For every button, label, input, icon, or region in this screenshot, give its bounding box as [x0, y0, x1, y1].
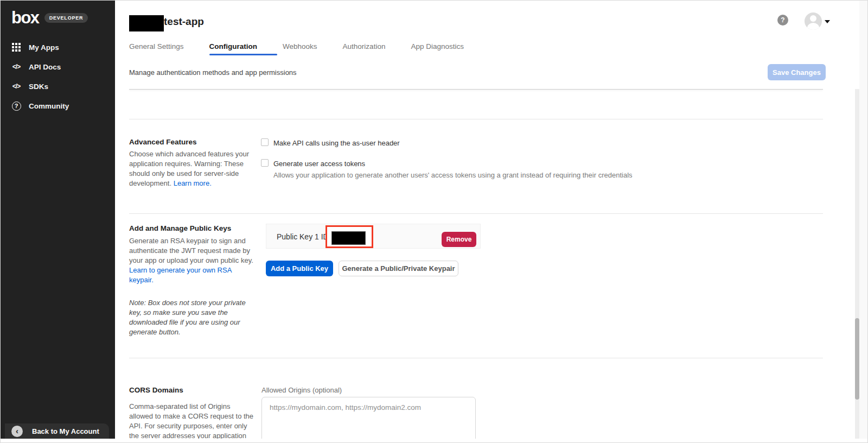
save-changes-button[interactable]: Save Changes [768, 64, 826, 80]
sidebar-item-community[interactable]: ? Community [1, 96, 115, 116]
sidebar-item-my-apps[interactable]: My Apps [1, 37, 115, 57]
public-keys-note: Note: Box does not store your private ke… [129, 298, 256, 337]
divider [129, 89, 823, 90]
right-gutter [859, 1, 868, 443]
tab-bar: General Settings Configuration Webhooks … [129, 42, 464, 55]
box-logo[interactable]: box DEVELOPER [11, 9, 88, 26]
allowed-origins-label: Allowed Origins (optional) [261, 386, 342, 394]
generate-keypair-button[interactable]: Generate a Public/Private Keypair [339, 261, 458, 276]
sidebar-nav: My Apps </> API Docs </> SDKs ? Communit… [1, 37, 115, 116]
public-keys-description: Generate an RSA keypair to sign and auth… [129, 236, 256, 285]
developer-badge: DEVELOPER [44, 13, 88, 23]
avatar-head [810, 15, 816, 22]
divider [129, 119, 823, 119]
public-keys-title: Add and Manage Public Keys [129, 224, 231, 232]
box-developer-console: box DEVELOPER My Apps </> API Docs </> [0, 0, 868, 443]
help-icon[interactable]: ? [777, 15, 788, 26]
remove-key-button[interactable]: Remove [442, 232, 476, 247]
divider [129, 358, 823, 358]
tab-webhooks[interactable]: Webhooks [283, 42, 317, 55]
sidebar: box DEVELOPER My Apps </> API Docs </> [1, 1, 115, 439]
sidebar-item-label: My Apps [29, 43, 59, 52]
as-user-checkbox[interactable] [261, 138, 269, 146]
public-key-id-label: Public Key 1 ID [277, 232, 329, 241]
add-public-key-button[interactable]: Add a Public Key [266, 261, 333, 276]
learn-more-link[interactable]: Learn more. [174, 179, 212, 187]
window-bottom-edge [1, 439, 868, 443]
advanced-features-title: Advanced Features [129, 138, 197, 146]
user-tokens-description: Allows your application to generate anot… [273, 171, 633, 179]
back-to-my-account-label: Back to My Account [32, 427, 99, 435]
sidebar-item-label: SDKs [29, 83, 48, 91]
code-icon: </> [10, 83, 22, 90]
allowed-origins-textarea[interactable] [261, 397, 476, 442]
sidebar-item-sdks[interactable]: </> SDKs [1, 77, 115, 96]
advanced-features-description: Choose which advanced features your appl… [129, 149, 256, 188]
public-key-id-redaction-highlight [326, 225, 373, 248]
tab-configuration[interactable]: Configuration [209, 42, 257, 55]
user-tokens-checkbox[interactable] [261, 159, 269, 167]
back-to-my-account-button[interactable]: ‹ Back to My Account [5, 423, 109, 439]
tab-general-settings[interactable]: General Settings [129, 42, 184, 55]
rsa-keypair-link[interactable]: Learn to generate your own RSA keypair. [129, 266, 232, 284]
question-circle-icon: ? [10, 102, 22, 111]
divider [129, 213, 823, 214]
chevron-left-icon: ‹ [11, 426, 23, 437]
tab-authorization[interactable]: Authorization [343, 42, 386, 55]
sidebar-item-api-docs[interactable]: </> API Docs [1, 57, 115, 77]
scrollbar-thumb[interactable] [855, 318, 859, 400]
cors-title: CORS Domains [129, 386, 183, 394]
chevron-down-icon[interactable] [825, 20, 830, 23]
avatar[interactable] [805, 12, 822, 30]
box-logo-text: box [11, 9, 39, 26]
avatar-shoulders [807, 23, 819, 30]
apps-grid-icon [10, 43, 22, 52]
section-subtitle: Manage authentication methods and app pe… [129, 68, 297, 77]
public-key-id-redaction-box [331, 231, 366, 245]
tab-app-diagnostics[interactable]: App Diagnostics [411, 42, 464, 55]
page-title: test-app [164, 16, 204, 28]
sidebar-item-label: API Docs [29, 63, 61, 71]
app-name-redaction-box [129, 15, 164, 31]
cors-description: Comma-separated list of Origins allowed … [129, 402, 256, 441]
user-tokens-checkbox-label: Generate user access tokens [273, 160, 365, 168]
as-user-checkbox-label: Make API calls using the as-user header [273, 139, 400, 147]
code-icon: </> [10, 63, 22, 71]
sidebar-item-label: Community [29, 102, 69, 110]
